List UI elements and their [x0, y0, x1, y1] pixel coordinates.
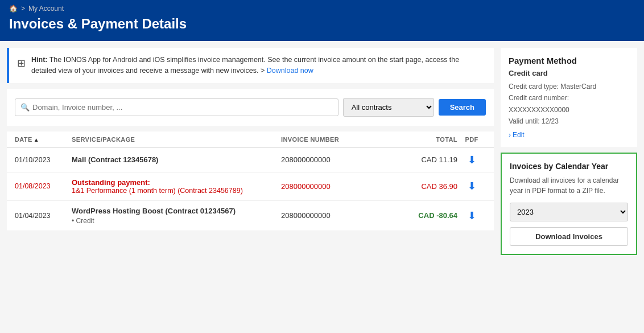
row2-date: 01/08/2023: [15, 182, 72, 190]
row2-invoice: 208000000000: [281, 182, 383, 191]
calendar-year-box: Invoices by Calendar Year Download all i…: [501, 153, 637, 255]
page-title: Invoices & Payment Details: [9, 16, 635, 39]
breadcrumb-separator: >: [21, 5, 25, 13]
payment-card-type: Credit card type: MasterCard: [509, 81, 629, 92]
payment-edit-link[interactable]: › Edit: [509, 131, 525, 139]
payment-valid-until: Valid until: 12/23: [509, 116, 629, 127]
year-select[interactable]: 2023 2022 2021 2020: [510, 203, 628, 221]
row2-total: CAD 36.90: [383, 182, 457, 191]
row3-credit-label: • Credit: [72, 217, 281, 225]
row2-service: Outstanding payment: 1&1 Performance (1 …: [72, 178, 281, 195]
payment-method-box: Payment Method Credit card Credit card t…: [501, 48, 637, 147]
sort-arrow[interactable]: ▲: [34, 137, 39, 143]
row3-invoice: 208000000000: [281, 211, 383, 220]
hint-box: ⊞ Hint: The IONOS App for Android and iO…: [7, 48, 494, 83]
table-row-3: 01/04/2023 WordPress Hosting Boost (Cont…: [7, 201, 494, 231]
payment-card-number-label: Credit card number:: [509, 92, 629, 104]
home-icon[interactable]: 🏠: [9, 5, 18, 13]
left-panel: ⊞ Hint: The IONOS App for Android and iO…: [7, 48, 494, 231]
right-panel: Payment Method Credit card Credit card t…: [501, 48, 637, 255]
search-input[interactable]: [15, 98, 338, 116]
invoices-table: DATE▲ SERVICE/PACKAGE INVOICE NUMBER TOT…: [7, 131, 494, 231]
table-row: 01/10/2023 Mail (Contract 12345678) 2080…: [7, 148, 494, 172]
row3-service-text: WordPress Hosting Boost (Contract 012345…: [72, 207, 236, 215]
row1-date: 01/10/2023: [15, 156, 72, 164]
row3-total: CAD -80.64: [383, 211, 457, 220]
payment-method-type: Credit card: [509, 69, 629, 77]
row1-service-text: Mail (Contract 12345678): [72, 155, 158, 164]
pdf-download-icon-2[interactable]: ⬇: [468, 180, 476, 192]
row1-total: CAD 11.19: [383, 155, 457, 164]
calendar-year-description: Download all invoices for a calendar yea…: [510, 175, 628, 196]
breadcrumb-my-account[interactable]: My Account: [28, 5, 64, 13]
header-pdf: PDF: [457, 136, 486, 143]
chevron-right-icon: ›: [509, 131, 511, 139]
header-date: DATE▲: [15, 136, 72, 143]
search-input-wrap: 🔍: [15, 98, 338, 116]
pdf-download-icon-3[interactable]: ⬇: [468, 210, 476, 221]
row1-service: Mail (Contract 12345678): [72, 155, 281, 164]
table-header: DATE▲ SERVICE/PACKAGE INVOICE NUMBER TOT…: [7, 131, 494, 148]
search-button[interactable]: Search: [439, 99, 486, 116]
row3-date: 01/04/2023: [15, 212, 72, 220]
download-now-link[interactable]: Download now: [267, 67, 313, 75]
pdf-download-icon[interactable]: ⬇: [468, 154, 476, 166]
download-invoices-button[interactable]: Download Invoices: [510, 227, 628, 246]
contract-select[interactable]: All contracts: [343, 98, 434, 117]
app-icon: ⊞: [17, 56, 26, 71]
calendar-year-title: Invoices by Calendar Year: [510, 162, 628, 171]
search-area: 🔍 All contracts Search: [7, 89, 494, 126]
hint-bold: Hint:: [31, 56, 47, 64]
hint-text: Hint: The IONOS App for Android and iOS …: [31, 55, 486, 76]
row3-pdf[interactable]: ⬇: [457, 209, 486, 222]
header-service: SERVICE/PACKAGE: [72, 136, 281, 143]
hint-body: The IONOS App for Android and iOS simpli…: [31, 56, 459, 75]
outstanding-sub: 1&1 Performance (1 month term) (Contract…: [72, 187, 281, 195]
table-row-outstanding: 01/08/2023 Outstanding payment: 1&1 Perf…: [7, 172, 494, 201]
row2-pdf[interactable]: ⬇: [457, 180, 486, 192]
outstanding-label: Outstanding payment:: [72, 178, 281, 187]
breadcrumb: 🏠 > My Account: [9, 5, 635, 13]
row3-service: WordPress Hosting Boost (Contract 012345…: [72, 207, 281, 225]
search-icon: 🔍: [20, 103, 30, 112]
payment-card-number-value: XXXXXXXXXX0000: [509, 104, 629, 116]
payment-method-title: Payment Method: [509, 56, 629, 65]
header-invoice: INVOICE NUMBER: [281, 136, 383, 143]
header-total: TOTAL: [383, 136, 457, 143]
row1-pdf[interactable]: ⬇: [457, 154, 486, 166]
row1-invoice: 208000000000: [281, 155, 383, 164]
